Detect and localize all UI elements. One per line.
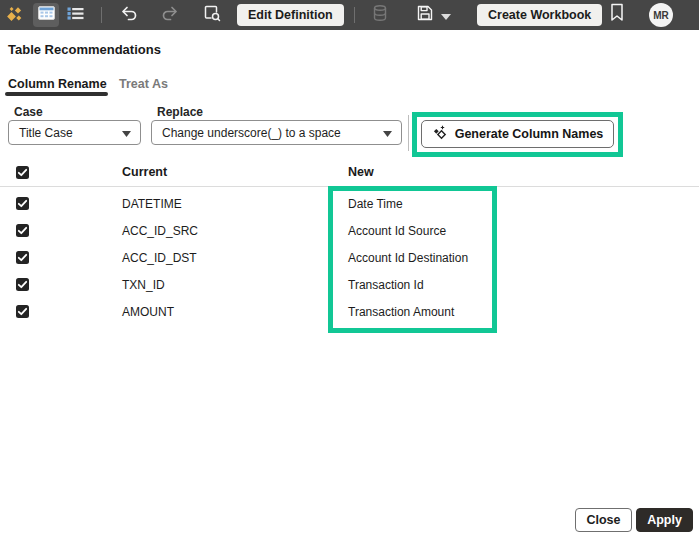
save-icon [417,5,433,25]
case-label: Case [14,105,43,119]
tab-column-rename[interactable]: Column Rename [8,77,107,91]
save-dropdown-button[interactable] [441,12,451,18]
undo-button[interactable] [120,7,138,23]
bookmark-icon [610,3,624,26]
row-checkbox[interactable] [16,251,29,264]
list-view-button[interactable] [62,3,88,27]
preview-data-button[interactable] [202,6,221,24]
toolbar-separator [101,7,102,23]
select-all-checkbox[interactable] [16,166,29,179]
table-row: ACC_ID_SRC Account Id Source [0,217,699,244]
replace-dropdown[interactable]: Change underscore(_) to a space [151,120,402,145]
new-name-cell: Account Id Source [348,224,446,238]
new-name-cell: Date Time [348,197,403,211]
current-name-cell: TXN_ID [122,278,165,292]
generate-column-names-button[interactable]: Generate Column Names [421,120,614,148]
current-name-cell: ACC_ID_SRC [122,224,198,238]
row-checkbox[interactable] [16,197,29,210]
tab-treat-as[interactable]: Treat As [119,77,168,91]
row-checkbox[interactable] [16,305,29,318]
new-name-cell: Transaction Id [348,278,424,292]
ai-sparkle-icon[interactable] [5,6,23,24]
preview-data-icon [203,5,221,26]
redo-button[interactable] [160,7,178,23]
replace-label: Replace [157,105,203,119]
edit-definition-button[interactable]: Edit Definition [237,4,344,26]
save-dropdown-caret-icon [441,6,451,24]
user-avatar[interactable]: MR [649,3,673,27]
close-button[interactable]: Close [575,508,632,532]
row-checkbox[interactable] [16,224,29,237]
table-view-icon [38,6,55,24]
active-tab-indicator [5,92,108,96]
new-name-cell: Account Id Destination [348,251,468,265]
apply-button[interactable]: Apply [636,508,693,532]
page-title: Table Recommendations [8,42,161,57]
ai-sparkle-icon [432,125,447,143]
database-button[interactable] [371,6,388,24]
table-row: DATETIME Date Time [0,190,699,217]
column-header-current: Current [122,165,167,179]
chevron-down-icon [122,126,131,140]
current-name-cell: AMOUNT [122,305,174,319]
table-header-row: Current New [0,160,699,186]
table-row: TXN_ID Transaction Id [0,271,699,298]
row-checkbox[interactable] [16,278,29,291]
new-name-cell: Transaction Amount [348,305,454,319]
toolbar-separator [354,7,355,23]
case-dropdown[interactable]: Title Case [8,120,141,145]
redo-icon [161,6,178,25]
controls-separator [408,115,409,151]
current-name-cell: DATETIME [122,197,182,211]
chevron-down-icon [383,126,392,140]
save-button[interactable] [417,6,433,23]
case-dropdown-value: Title Case [19,126,73,140]
current-name-cell: ACC_ID_DST [122,251,197,265]
generate-column-names-label: Generate Column Names [455,127,604,141]
bookmark-button[interactable] [610,5,624,24]
column-header-new: New [348,165,374,179]
database-icon [372,4,388,26]
create-workbook-button[interactable]: Create Workbook [477,4,602,26]
list-view-icon [67,6,84,24]
undo-icon [121,6,138,25]
table-row: AMOUNT Transaction Amount [0,298,699,325]
table-row: ACC_ID_DST Account Id Destination [0,244,699,271]
app-toolbar: Edit Definition Create Workbook [0,0,699,30]
table-view-button[interactable] [33,3,59,27]
table-header-divider [0,186,699,187]
replace-dropdown-value: Change underscore(_) to a space [162,126,341,140]
